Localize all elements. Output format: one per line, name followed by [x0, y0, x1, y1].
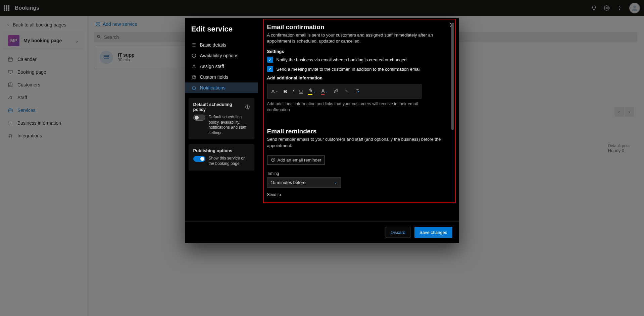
modal-footer: Discard Save changes: [185, 221, 459, 243]
tab-notifications[interactable]: Notifications: [185, 82, 258, 93]
info-icon[interactable]: ⓘ: [245, 104, 250, 110]
timing-label: Timing: [267, 171, 450, 176]
unlink-button[interactable]: [344, 88, 349, 94]
checkbox-send-invite[interactable]: ✓: [267, 66, 273, 72]
discard-button[interactable]: Discard: [386, 227, 410, 238]
bold-button[interactable]: B: [284, 88, 287, 94]
modal-right-pane: Email confirmation A confirmation email …: [258, 18, 459, 221]
default-scheduling-policy-box: Default scheduling policy ⓘ Default sche…: [189, 98, 254, 139]
highlight-color-button[interactable]: ✎ ⌄: [308, 87, 316, 95]
send-invite-checkbox-row: ✓ Send a meeting invite to the customer,…: [267, 66, 450, 72]
underline-button[interactable]: U: [299, 88, 303, 94]
highlighted-region: Email confirmation A confirmation email …: [263, 19, 456, 203]
checkbox-notify-business[interactable]: ✓: [267, 57, 273, 63]
tab-label: Assign staff: [200, 64, 224, 69]
sendto-label: Send to: [267, 192, 450, 197]
notify-business-checkbox-row: ✓ Notify the business via email when a b…: [267, 57, 450, 63]
edit-service-modal: ✕ Edit service Basic details Availabilit…: [185, 18, 459, 243]
policy-title: Default scheduling policy: [193, 102, 243, 112]
tab-custom-fields[interactable]: Custom fields: [185, 72, 258, 82]
save-changes-button[interactable]: Save changes: [414, 227, 452, 238]
svg-point-21: [194, 78, 194, 78]
list-icon: [191, 42, 197, 48]
richtext-toolbar: A⌄ B I U ✎ ⌄ A ⌄: [267, 84, 422, 99]
scrollbar[interactable]: [451, 23, 454, 130]
plus-circle-icon: [271, 157, 276, 162]
tab-label: Notifications: [200, 85, 226, 90]
bell-icon: [191, 85, 197, 90]
settings-heading: Settings: [267, 49, 450, 54]
font-color-button[interactable]: A ⌄: [321, 88, 328, 95]
modal-left-pane: Edit service Basic details Availability …: [185, 18, 258, 221]
checkbox-label: Send a meeting invite to the customer, i…: [277, 67, 420, 72]
question-icon: [191, 74, 197, 80]
tab-label: Custom fields: [200, 74, 229, 80]
show-service-toggle[interactable]: [193, 156, 205, 162]
email-reminders-heading: Email reminders: [267, 128, 450, 135]
tab-basic-details[interactable]: Basic details: [185, 40, 258, 50]
tab-label: Basic details: [200, 42, 227, 48]
richtext-placeholder[interactable]: Add additional information and links tha…: [267, 101, 422, 113]
modal-title: Edit service: [185, 25, 258, 40]
link-button[interactable]: [333, 88, 339, 94]
tab-label: Availability options: [200, 53, 239, 58]
add-reminder-label: Add an email reminder: [278, 157, 321, 163]
email-reminders-desc: Send reminder emails to your customers a…: [267, 136, 450, 148]
tab-assign-staff[interactable]: Assign staff: [185, 61, 258, 72]
timing-value: 15 minutes before: [271, 180, 306, 185]
clear-formatting-button[interactable]: [355, 88, 360, 94]
email-confirmation-desc: A confirmation email is sent to your cus…: [267, 32, 450, 44]
font-size-button[interactable]: A⌄: [271, 88, 278, 94]
add-email-reminder-button[interactable]: Add an email reminder: [267, 155, 325, 165]
add-info-heading: Add additional information: [267, 75, 450, 80]
clock-icon: [191, 53, 197, 58]
italic-button[interactable]: I: [292, 88, 294, 94]
timing-select[interactable]: 15 minutes before ⌄: [267, 177, 341, 188]
person-icon: [191, 64, 197, 69]
svg-point-19: [193, 65, 195, 66]
publish-title: Publishing options: [193, 148, 250, 153]
tab-availability[interactable]: Availability options: [185, 50, 258, 61]
default-policy-toggle[interactable]: [193, 115, 205, 121]
policy-desc: Default scheduling policy, availability,…: [209, 115, 250, 135]
chevron-down-icon: ⌄: [334, 180, 337, 185]
checkbox-label: Notify the business via email when a boo…: [277, 57, 407, 62]
publish-desc: Show this service on the booking page: [209, 156, 250, 166]
email-confirmation-heading: Email confirmation: [267, 23, 450, 31]
publishing-options-box: Publishing options Show this service on …: [189, 144, 254, 170]
